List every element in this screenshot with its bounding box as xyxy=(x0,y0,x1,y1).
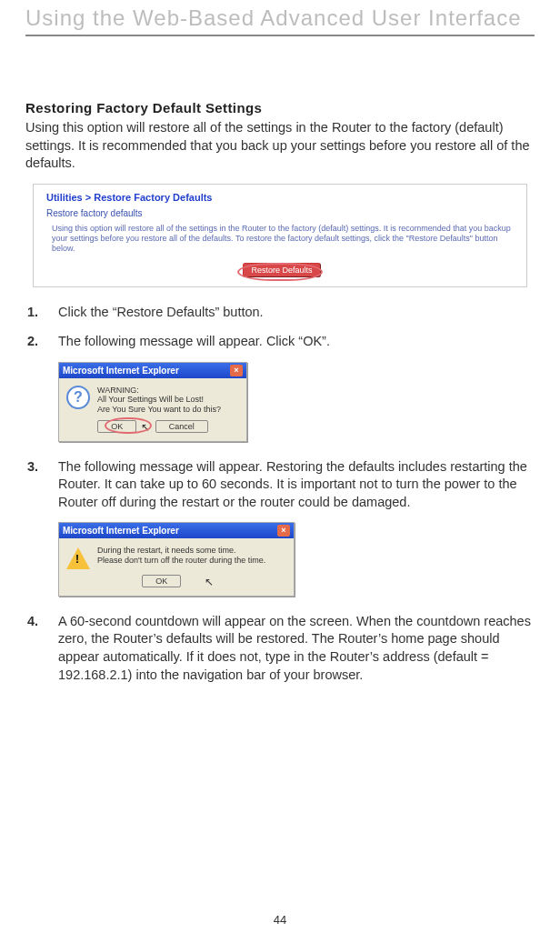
utilities-subheading: Restore factory defaults xyxy=(46,208,517,218)
step-3: 3. The following message will appear. Re… xyxy=(27,458,535,512)
dialog-message: During the restart, it needs some time. … xyxy=(97,546,265,566)
close-icon[interactable]: × xyxy=(230,365,243,376)
ok-button[interactable]: OK xyxy=(142,575,181,587)
utilities-body-text: Using this option will restore all of th… xyxy=(52,224,517,255)
step-text: The following message will appear. Resto… xyxy=(58,458,535,512)
step-1: 1. Click the “Restore Defaults” button. xyxy=(27,304,535,322)
breadcrumb: Utilities > Restore Factory Defaults xyxy=(46,192,517,203)
chapter-title: Using the Web-Based Advanced User Interf… xyxy=(25,0,535,36)
close-icon[interactable]: × xyxy=(277,525,290,537)
step-text: A 60-second countdown will appear on the… xyxy=(58,613,535,684)
dialog-line: WARNING: xyxy=(97,386,221,396)
utilities-pane: Utilities > Restore Factory Defaults Res… xyxy=(33,184,527,288)
step-text: The following message will appear. Click… xyxy=(58,333,535,351)
step-2: 2. The following message will appear. Cl… xyxy=(27,333,535,351)
question-icon: ? xyxy=(66,386,90,409)
dialog-line: During the restart, it needs some time. xyxy=(97,546,265,556)
dialog-warning: Microsoft Internet Explorer × ? WARNING:… xyxy=(58,362,247,442)
dialog-restart: Microsoft Internet Explorer × During the… xyxy=(58,522,295,597)
ok-button[interactable]: OK xyxy=(97,420,136,433)
dialog-line: Please don't turn off the router during … xyxy=(97,556,265,566)
cancel-button[interactable]: Cancel xyxy=(155,420,208,433)
step-number: 1. xyxy=(27,304,42,322)
section-heading: Restoring Factory Default Settings xyxy=(25,100,535,115)
dialog-title: Microsoft Internet Explorer xyxy=(63,366,179,376)
restore-defaults-button[interactable]: Restore Defaults xyxy=(243,263,320,277)
dialog-line: All Your Settings Will be Lost! xyxy=(97,395,221,405)
dialog-title: Microsoft Internet Explorer xyxy=(63,526,179,536)
step-number: 4. xyxy=(27,613,42,684)
dialog-message: WARNING: All Your Settings Will be Lost!… xyxy=(97,386,221,415)
warning-icon xyxy=(66,547,90,569)
step-4: 4. A 60-second countdown will appear on … xyxy=(27,613,535,684)
step-text: Click the “Restore Defaults” button. xyxy=(58,304,535,322)
intro-text: Using this option will restore all of th… xyxy=(25,119,535,173)
dialog-line: Are You Sure You want to do this? xyxy=(97,405,221,415)
cursor-icon: ↖ xyxy=(205,576,214,588)
step-number: 3. xyxy=(27,458,42,512)
step-number: 2. xyxy=(27,333,42,351)
page-number: 44 xyxy=(274,913,286,927)
cursor-icon: ↖ xyxy=(141,421,150,434)
